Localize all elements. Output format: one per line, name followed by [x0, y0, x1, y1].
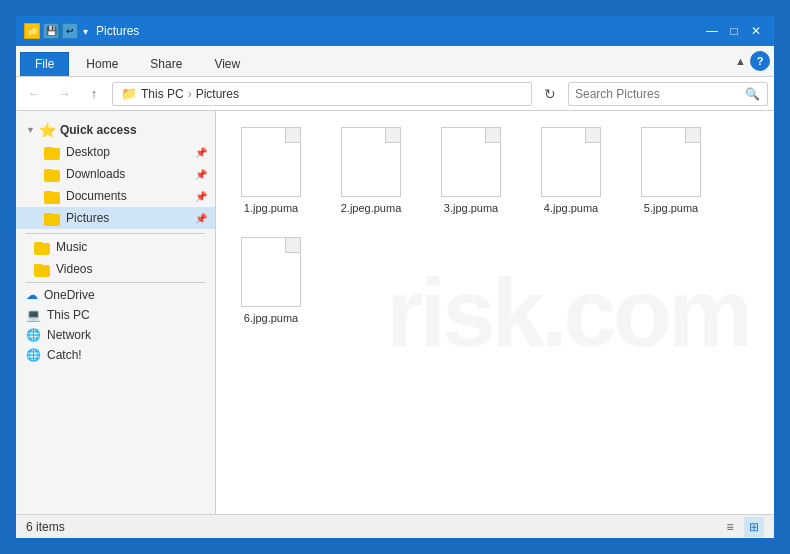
sidebar-item-pictures[interactable]: Pictures 📌 — [16, 207, 215, 229]
path-thispc: This PC — [141, 87, 184, 101]
file-thumb-6 — [241, 237, 301, 307]
tab-file[interactable]: File — [20, 52, 69, 76]
window-controls: — □ ✕ — [702, 21, 766, 41]
path-sep1: › — [188, 87, 192, 101]
thispc-icon: 💻 — [26, 308, 41, 322]
file-name-4: 4.jpg.puma — [544, 201, 598, 215]
close-button[interactable]: ✕ — [746, 21, 766, 41]
title-bar: 📁 💾 ↩ ▾ Pictures — □ ✕ — [16, 16, 774, 46]
catch-icon: 🌐 — [26, 348, 41, 362]
videos-label: Videos — [56, 262, 92, 276]
downloads-folder-icon — [44, 166, 60, 182]
sidebar-item-catch[interactable]: 🌐 Catch! — [16, 345, 215, 365]
desktop-folder-icon — [44, 144, 60, 160]
status-bar: 6 items ≡ ⊞ — [16, 514, 774, 538]
sidebar-divider2 — [26, 282, 205, 283]
onedrive-icon: ☁ — [26, 288, 38, 302]
tab-home[interactable]: Home — [71, 52, 133, 76]
music-folder-icon — [34, 239, 50, 255]
videos-folder-icon — [34, 261, 50, 277]
file-item-1[interactable]: 1.jpg.puma — [226, 121, 316, 221]
sidebar-item-downloads[interactable]: Downloads 📌 — [16, 163, 215, 185]
file-thumb-5 — [641, 127, 701, 197]
file-thumb-3 — [441, 127, 501, 197]
title-folder-icon: 📁 — [24, 23, 40, 39]
sidebar-item-music[interactable]: Music — [16, 236, 215, 258]
back-button[interactable]: ← — [22, 82, 46, 106]
onedrive-label: OneDrive — [44, 288, 95, 302]
forward-button[interactable]: → — [52, 82, 76, 106]
help-button[interactable]: ? — [750, 51, 770, 71]
view-controls: ≡ ⊞ — [720, 517, 764, 537]
catch-label: Catch! — [47, 348, 82, 362]
search-box[interactable]: 🔍 — [568, 82, 768, 106]
documents-folder-icon — [44, 188, 60, 204]
desktop-pin-icon: 📌 — [195, 147, 207, 158]
tab-share[interactable]: Share — [135, 52, 197, 76]
sidebar-item-network[interactable]: 🌐 Network — [16, 325, 215, 345]
documents-label: Documents — [66, 189, 127, 203]
pictures-pin-icon: 📌 — [195, 213, 207, 224]
ribbon: File Home Share View ▲ ? — [16, 46, 774, 77]
refresh-button[interactable]: ↻ — [538, 82, 562, 106]
search-input[interactable] — [575, 87, 745, 101]
address-path[interactable]: 📁 This PC › Pictures — [112, 82, 532, 106]
file-area: risk.com 1.jpg.puma 2.jpeg.puma 3.jpg.pu… — [216, 111, 774, 514]
file-item-6[interactable]: 6.jpg.puma — [226, 231, 316, 331]
explorer-window: 📁 💾 ↩ ▾ Pictures — □ ✕ File Home Share V… — [14, 14, 776, 540]
file-name-3: 3.jpg.puma — [444, 201, 498, 215]
title-undo-icon: ↩ — [62, 23, 78, 39]
tab-view[interactable]: View — [199, 52, 255, 76]
search-icon: 🔍 — [745, 87, 760, 101]
sidebar-quickaccess-header[interactable]: ▼ ⭐ Quick access — [16, 119, 215, 141]
sidebar-item-documents[interactable]: Documents 📌 — [16, 185, 215, 207]
file-item-4[interactable]: 4.jpg.puma — [526, 121, 616, 221]
path-folder-icon: 📁 — [121, 86, 137, 101]
quickaccess-label: Quick access — [60, 123, 137, 137]
pictures-folder-icon — [44, 210, 60, 226]
network-label: Network — [47, 328, 91, 342]
file-item-3[interactable]: 3.jpg.puma — [426, 121, 516, 221]
file-thumb-4 — [541, 127, 601, 197]
title-dropdown-icon[interactable]: ▾ — [83, 26, 88, 37]
files-grid: 1.jpg.puma 2.jpeg.puma 3.jpg.puma 4.jpg.… — [226, 121, 764, 332]
file-item-2[interactable]: 2.jpeg.puma — [326, 121, 416, 221]
title-save-icon: 💾 — [43, 23, 59, 39]
thispc-label: This PC — [47, 308, 90, 322]
desktop-label: Desktop — [66, 145, 110, 159]
sidebar-item-desktop[interactable]: Desktop 📌 — [16, 141, 215, 163]
file-name-1: 1.jpg.puma — [244, 201, 298, 215]
up-button[interactable]: ↑ — [82, 82, 106, 106]
file-thumb-2 — [341, 127, 401, 197]
sidebar: ▼ ⭐ Quick access Desktop 📌 Downloads 📌 D… — [16, 111, 216, 514]
maximize-button[interactable]: □ — [724, 21, 744, 41]
downloads-label: Downloads — [66, 167, 125, 181]
path-pictures: Pictures — [196, 87, 239, 101]
sidebar-divider1 — [26, 233, 205, 234]
ribbon-tabs: File Home Share View ▲ ? — [16, 46, 774, 76]
item-count: 6 items — [26, 520, 65, 534]
music-label: Music — [56, 240, 87, 254]
list-view-button[interactable]: ≡ — [720, 517, 740, 537]
file-thumb-1 — [241, 127, 301, 197]
main-area: ▼ ⭐ Quick access Desktop 📌 Downloads 📌 D… — [16, 111, 774, 514]
minimize-button[interactable]: — — [702, 21, 722, 41]
sidebar-section-quickaccess: ▼ ⭐ Quick access Desktop 📌 Downloads 📌 D… — [16, 119, 215, 229]
quickaccess-chevron: ▼ — [26, 125, 35, 135]
file-item-5[interactable]: 5.jpg.puma — [626, 121, 716, 221]
ribbon-collapse-icon[interactable]: ▲ — [735, 55, 746, 67]
quickaccess-star-icon: ⭐ — [39, 122, 56, 138]
window-title: Pictures — [96, 24, 702, 38]
file-name-2: 2.jpeg.puma — [341, 201, 402, 215]
address-bar: ← → ↑ 📁 This PC › Pictures ↻ 🔍 — [16, 77, 774, 111]
grid-view-button[interactable]: ⊞ — [744, 517, 764, 537]
sidebar-item-thispc[interactable]: 💻 This PC — [16, 305, 215, 325]
sidebar-item-onedrive[interactable]: ☁ OneDrive — [16, 285, 215, 305]
file-name-5: 5.jpg.puma — [644, 201, 698, 215]
file-name-6: 6.jpg.puma — [244, 311, 298, 325]
network-icon: 🌐 — [26, 328, 41, 342]
sidebar-item-videos[interactable]: Videos — [16, 258, 215, 280]
pictures-label: Pictures — [66, 211, 109, 225]
title-bar-quick-access: 📁 💾 ↩ ▾ — [24, 23, 88, 39]
documents-pin-icon: 📌 — [195, 191, 207, 202]
